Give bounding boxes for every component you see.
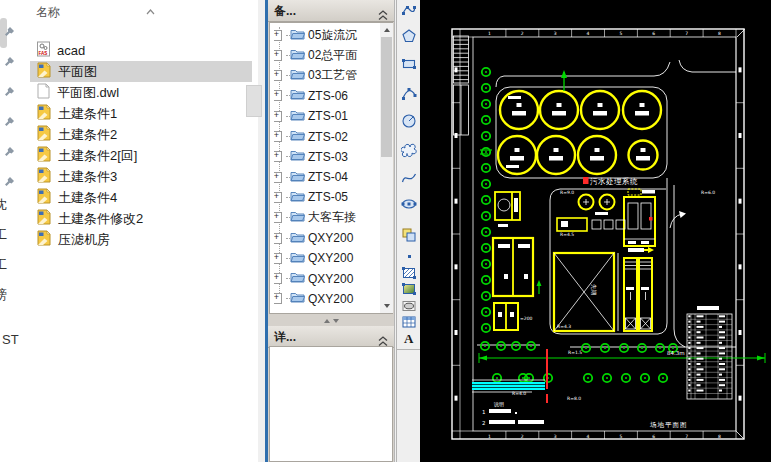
region-tool-icon[interactable] <box>401 298 417 314</box>
panel-splitter[interactable] <box>314 316 348 325</box>
sheet-title: 场地平面图 <box>649 421 688 429</box>
nav-item-label[interactable]: 滂 <box>0 286 16 304</box>
file-row[interactable]: 压滤机房 <box>30 229 252 250</box>
scroll-down-button[interactable] <box>380 299 393 312</box>
svg-text:5: 5 <box>619 31 622 36</box>
nav-item-label[interactable]: ST <box>2 332 24 347</box>
tree-scrollbar[interactable] <box>380 23 393 313</box>
file-row[interactable]: 土建条件4 <box>30 187 252 208</box>
scroll-up-button[interactable] <box>380 23 393 36</box>
expand-plus-icon[interactable]: + <box>274 172 282 183</box>
nav-item-label[interactable]: 沈 <box>0 196 16 214</box>
file-row[interactable]: 土建条件3 <box>30 166 252 187</box>
svg-text:6: 6 <box>652 31 655 36</box>
expand-plus-icon[interactable]: + <box>274 293 282 304</box>
folder-icon <box>290 129 305 144</box>
tree-item[interactable]: +ZTS-03 <box>274 147 384 167</box>
radius-label: R=4.3 <box>557 324 571 329</box>
tree-item[interactable]: +ZTS-06 <box>274 86 384 106</box>
tree-item-label: 大客车接 <box>308 209 356 226</box>
tree-item[interactable]: +05旋流沉 <box>274 25 384 45</box>
expand-plus-icon[interactable]: + <box>274 131 282 142</box>
tree-item[interactable]: +03工艺管 <box>274 66 384 86</box>
details-panel-header[interactable]: 详... <box>268 326 394 348</box>
hatch-tool-icon[interactable] <box>401 265 417 281</box>
file-list-panel: 名称 FASacad平面图平面图.dwl土建条件1土建条件2土建条件2[回]土建… <box>28 0 258 462</box>
radius-label: R=1.5 <box>568 350 582 355</box>
expand-plus-icon[interactable]: + <box>274 90 282 101</box>
column-header-name[interactable]: 名称 <box>36 4 60 21</box>
expand-plus-icon[interactable]: + <box>274 50 282 61</box>
circle-tool-icon[interactable] <box>401 113 417 129</box>
nav-item-label[interactable]: 工 <box>0 226 16 244</box>
notes-heading: 说明 <box>493 401 504 408</box>
ellipse-tool-icon[interactable] <box>401 196 417 212</box>
revision-cloud-tool-icon[interactable] <box>401 143 417 159</box>
tree-scrollbar-thumb[interactable] <box>381 37 392 157</box>
polyline-tool-icon[interactable] <box>401 2 417 18</box>
arc-tool-icon[interactable] <box>401 85 417 101</box>
expand-plus-icon[interactable]: + <box>274 192 282 203</box>
expand-plus-icon[interactable]: + <box>274 212 282 223</box>
file-row[interactable]: 平面图 <box>30 61 252 82</box>
table-tool-icon[interactable] <box>401 314 417 330</box>
pin-icon[interactable] <box>3 54 15 66</box>
explorer-scrollbar-thumb[interactable] <box>246 85 262 117</box>
tree-item[interactable]: +QXY200 <box>274 228 384 248</box>
pin-icon[interactable] <box>3 174 15 186</box>
polygon-tool-icon[interactable] <box>401 28 417 44</box>
file-row[interactable]: 土建条件2[回] <box>30 145 252 166</box>
svg-text:2: 2 <box>521 31 524 36</box>
tree-panel-header[interactable]: 备... <box>268 0 394 22</box>
expand-plus-icon[interactable]: + <box>274 253 282 264</box>
tree-item[interactable]: +QXY200 <box>274 289 384 309</box>
cad-canvas[interactable]: 1122334455667788 <box>420 0 771 462</box>
file-row[interactable]: 土建条件2 <box>30 124 252 145</box>
nav-item-label[interactable]: 工 <box>0 256 16 274</box>
pin-icon[interactable] <box>3 114 15 126</box>
sort-ascending-icon[interactable] <box>146 1 155 19</box>
tree-item[interactable]: +QXY200 <box>274 248 384 268</box>
svg-text:7: 7 <box>685 434 688 439</box>
tree-item[interactable]: +ZTS-04 <box>274 167 384 187</box>
file-row[interactable]: 土建条件1 <box>30 103 252 124</box>
tree-item[interactable]: +ZTS-02 <box>274 127 384 147</box>
expand-plus-icon[interactable]: + <box>274 70 282 81</box>
svg-text:FAS: FAS <box>39 51 48 56</box>
dwg-file-icon <box>36 62 52 81</box>
file-row[interactable]: FASacad <box>30 40 252 61</box>
expand-plus-icon[interactable]: + <box>274 30 282 41</box>
tree-item[interactable]: +02总平面 <box>274 45 384 65</box>
tree-item[interactable]: +QXY200 <box>274 269 384 289</box>
radius-label: R=4.0 <box>512 391 526 396</box>
expand-plus-icon[interactable]: + <box>274 151 282 162</box>
folder-icon <box>290 88 305 103</box>
pin-icon[interactable] <box>3 144 15 156</box>
insert-block-tool-icon[interactable] <box>401 227 417 243</box>
legend-table <box>687 314 732 399</box>
svg-text:3: 3 <box>554 31 557 36</box>
gradient-tool-icon[interactable] <box>401 281 417 297</box>
tree-item[interactable]: +大客车接 <box>274 208 384 228</box>
radius-label: R=9.0 <box>560 190 574 195</box>
details-panel-body <box>269 346 393 462</box>
rectangle-tool-icon[interactable] <box>401 56 417 72</box>
file-row[interactable]: 土建条件修改2 <box>30 208 252 229</box>
tree-item[interactable]: +ZTS-05 <box>274 187 384 207</box>
expand-plus-icon[interactable]: + <box>274 233 282 244</box>
svg-text:3: 3 <box>554 434 557 439</box>
tree-item[interactable]: +ZTS-01 <box>274 106 384 126</box>
buildings <box>493 189 655 331</box>
expand-plus-icon[interactable]: + <box>274 273 282 284</box>
note-number: 2 <box>482 420 486 426</box>
tree-item-label: QXY200 <box>308 231 353 245</box>
point-tool-icon[interactable] <box>401 248 417 264</box>
tree-item-label: ZTS-01 <box>308 109 348 123</box>
pin-icon[interactable] <box>3 24 15 36</box>
multiline-text-tool-icon[interactable]: A <box>401 330 417 346</box>
file-row[interactable]: 平面图.dwl <box>30 82 252 103</box>
spline-tool-icon[interactable] <box>401 170 417 186</box>
expand-plus-icon[interactable]: + <box>274 111 282 122</box>
file-name: 土建条件修改2 <box>58 210 143 228</box>
pin-icon[interactable] <box>3 84 15 96</box>
